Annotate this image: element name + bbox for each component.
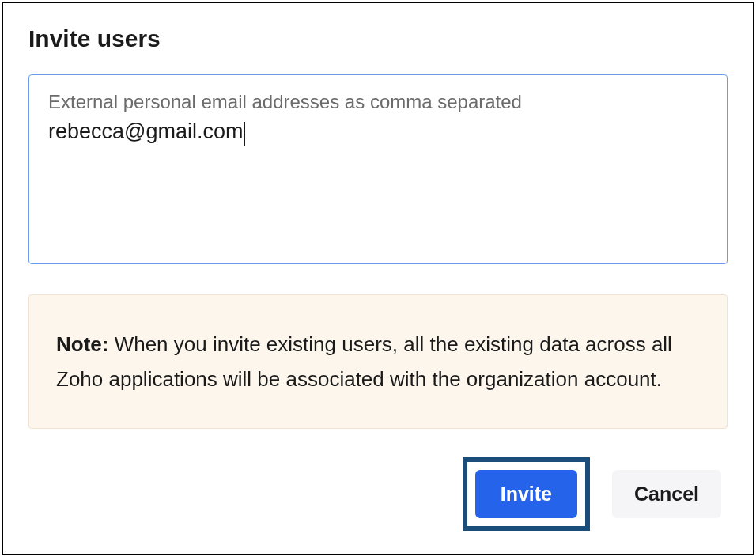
invite-users-dialog: Invite users External personal email add… [2, 2, 754, 555]
text-cursor [244, 122, 246, 146]
email-input-value: rebecca@gmail.com [48, 119, 244, 144]
button-row: Invite Cancel [28, 457, 728, 531]
note-body: When you invite existing users, all the … [56, 332, 672, 391]
note-text: Note: When you invite existing users, al… [56, 327, 700, 396]
note-prefix: Note: [56, 332, 108, 356]
cancel-button[interactable]: Cancel [612, 470, 721, 518]
email-input-label: External personal email addresses as com… [48, 91, 708, 113]
email-input-value-row: rebecca@gmail.com [48, 119, 708, 147]
invite-button-highlight: Invite [463, 457, 590, 531]
note-box: Note: When you invite existing users, al… [28, 294, 728, 429]
invite-button[interactable]: Invite [475, 470, 577, 518]
dialog-title: Invite users [28, 25, 728, 52]
email-input-box[interactable]: External personal email addresses as com… [28, 74, 728, 264]
